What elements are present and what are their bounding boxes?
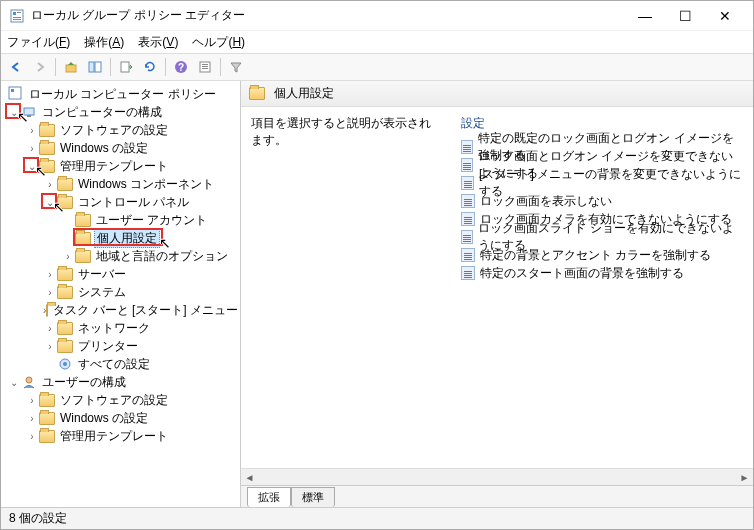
expand-icon[interactable]: › xyxy=(25,413,39,424)
help-button[interactable]: ? xyxy=(170,56,192,78)
setting-label: 特定のスタート画面の背景を強制する xyxy=(480,265,684,282)
policy-setting-icon xyxy=(461,212,475,226)
svg-rect-4 xyxy=(13,19,21,20)
tree-item-win-components[interactable]: ›Windows コンポーネント xyxy=(1,175,240,193)
folder-icon xyxy=(249,87,265,100)
setting-label: 特定の背景とアクセント カラーを強制する xyxy=(480,247,711,264)
tree-item-uadmin[interactable]: ›管理用テンプレート xyxy=(1,427,240,445)
back-button[interactable] xyxy=(5,56,27,78)
expand-icon[interactable]: ⌄ xyxy=(7,107,21,118)
svg-point-20 xyxy=(63,362,67,366)
show-hide-tree-button[interactable] xyxy=(84,56,106,78)
tree-item-admin-templates[interactable]: ⌄管理用テンプレート ↖ xyxy=(1,157,240,175)
close-button[interactable]: ✕ xyxy=(705,2,745,30)
svg-text:?: ? xyxy=(178,62,184,73)
tree-item-system[interactable]: ›システム xyxy=(1,283,240,301)
forward-button[interactable] xyxy=(29,56,51,78)
folder-icon xyxy=(46,304,48,317)
menu-help[interactable]: ヘルプ(H) xyxy=(192,34,245,51)
settings-list: 特定の既定のロック画面とログオン イメージを強制するロック画面とログオン イメー… xyxy=(461,138,743,282)
menubar: ファイル(F) 操作(A) 表示(V) ヘルプ(H) xyxy=(1,31,753,53)
tree-item-all-settings[interactable]: すべての設定 xyxy=(1,355,240,373)
tree-computer-config[interactable]: ⌄ コンピューターの構成 ↖ xyxy=(1,103,240,121)
expand-icon[interactable]: ⌄ xyxy=(25,161,39,172)
policy-setting-icon xyxy=(461,266,475,280)
tree-root[interactable]: ローカル コンピューター ポリシー xyxy=(1,85,240,103)
expand-icon[interactable]: › xyxy=(25,431,39,442)
tab-standard[interactable]: 標準 xyxy=(291,487,335,507)
tree-item-server[interactable]: ›サーバー xyxy=(1,265,240,283)
description-text: 項目を選択すると説明が表示されます。 xyxy=(251,115,441,149)
filter-button[interactable] xyxy=(225,56,247,78)
expand-icon[interactable]: › xyxy=(25,143,39,154)
expand-icon[interactable]: › xyxy=(43,287,57,298)
scroll-left-button[interactable]: ◄ xyxy=(241,469,258,486)
settings-column: 設定 特定の既定のロック画面とログオン イメージを強制するロック画面とログオン … xyxy=(461,115,743,460)
main-area: ローカル コンピューター ポリシー ⌄ コンピューターの構成 ↖ ›ソフトウェア… xyxy=(1,81,753,507)
content-body: 項目を選択すると説明が表示されます。 設定 特定の既定のロック画面とログオン イ… xyxy=(241,107,753,468)
app-icon xyxy=(9,8,25,24)
setting-item[interactable]: 特定のスタート画面の背景を強制する xyxy=(461,264,743,282)
scroll-right-button[interactable]: ► xyxy=(736,469,753,486)
folder-icon xyxy=(57,178,73,191)
properties-button[interactable] xyxy=(194,56,216,78)
tree-item-printers[interactable]: ›プリンター xyxy=(1,337,240,355)
folder-icon xyxy=(75,232,91,245)
expand-icon[interactable]: › xyxy=(43,323,57,334)
statusbar: 8 個の設定 xyxy=(1,507,753,529)
export-button[interactable] xyxy=(115,56,137,78)
setting-item[interactable]: 特定の背景とアクセント カラーを強制する xyxy=(461,246,743,264)
content-pane: 個人用設定 項目を選択すると説明が表示されます。 設定 特定の既定のロック画面と… xyxy=(241,81,753,507)
setting-item[interactable]: [スタート] メニューの背景を変更できないようにする xyxy=(461,174,743,192)
tree-item-software[interactable]: ›ソフトウェアの設定 xyxy=(1,121,240,139)
minimize-button[interactable]: — xyxy=(625,2,665,30)
svg-rect-0 xyxy=(11,10,23,22)
menu-file[interactable]: ファイル(F) xyxy=(7,34,70,51)
tree-item-uwindows[interactable]: ›Windows の設定 xyxy=(1,409,240,427)
tab-extended[interactable]: 拡張 xyxy=(247,487,291,507)
tree-item-windows[interactable]: ›Windows の設定 xyxy=(1,139,240,157)
tree-item-taskbar[interactable]: ›タスク バーと [スタート] メニュー xyxy=(1,301,240,319)
expand-icon[interactable]: › xyxy=(43,341,57,352)
expand-icon[interactable]: › xyxy=(25,395,39,406)
tree-item-network[interactable]: ›ネットワーク xyxy=(1,319,240,337)
menu-action[interactable]: 操作(A) xyxy=(84,34,124,51)
window-title: ローカル グループ ポリシー エディター xyxy=(31,7,625,24)
expand-icon[interactable]: › xyxy=(61,251,75,262)
scroll-track[interactable] xyxy=(258,469,736,486)
svg-rect-3 xyxy=(13,17,21,18)
tree-item-user-accounts[interactable]: ユーザー アカウント xyxy=(1,211,240,229)
expand-icon[interactable]: ⌄ xyxy=(43,197,57,208)
setting-item[interactable]: ロック画面スライド ショーを有効にできないようにする xyxy=(461,228,743,246)
up-button[interactable] xyxy=(60,56,82,78)
computer-icon xyxy=(21,104,37,120)
expand-icon[interactable]: › xyxy=(43,179,57,190)
svg-rect-8 xyxy=(121,62,129,72)
svg-rect-5 xyxy=(66,65,76,72)
settings-icon xyxy=(57,356,73,372)
svg-rect-14 xyxy=(202,68,208,69)
svg-rect-12 xyxy=(202,64,208,65)
menu-view[interactable]: 表示(V) xyxy=(138,34,178,51)
tree-item-region[interactable]: ›地域と言語のオプション xyxy=(1,247,240,265)
folder-icon xyxy=(75,214,91,227)
svg-rect-6 xyxy=(89,62,94,72)
horizontal-scrollbar[interactable]: ◄ ► xyxy=(241,468,753,485)
svg-rect-1 xyxy=(13,12,16,15)
tree-item-personalization[interactable]: 個人用設定 ↖ xyxy=(1,229,240,247)
svg-rect-16 xyxy=(11,89,14,92)
svg-rect-13 xyxy=(202,66,208,67)
folder-icon xyxy=(57,268,73,281)
expand-icon[interactable]: ⌄ xyxy=(7,377,21,388)
refresh-button[interactable] xyxy=(139,56,161,78)
tree-user-config[interactable]: ⌄ユーザーの構成 xyxy=(1,373,240,391)
tree-item-control-panel[interactable]: ⌄コントロール パネル ↖ xyxy=(1,193,240,211)
content-header: 個人用設定 xyxy=(241,81,753,107)
tree-pane[interactable]: ローカル コンピューター ポリシー ⌄ コンピューターの構成 ↖ ›ソフトウェア… xyxy=(1,81,241,507)
maximize-button[interactable]: ☐ xyxy=(665,2,705,30)
folder-icon xyxy=(39,160,55,173)
svg-rect-18 xyxy=(27,115,31,117)
expand-icon[interactable]: › xyxy=(25,125,39,136)
tree-item-usoftware[interactable]: ›ソフトウェアの設定 xyxy=(1,391,240,409)
expand-icon[interactable]: › xyxy=(43,269,57,280)
